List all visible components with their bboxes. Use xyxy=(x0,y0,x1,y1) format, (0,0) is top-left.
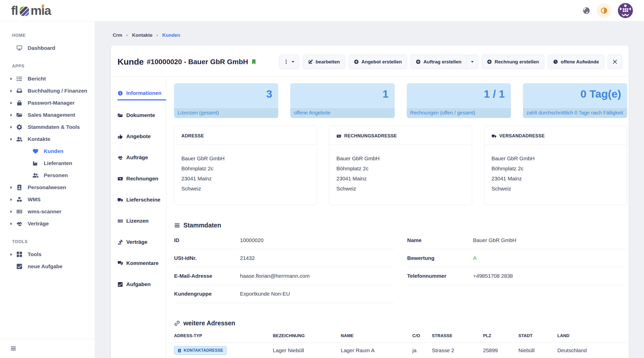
open-expenses-button[interactable]: offene Aufwände xyxy=(548,55,604,69)
sidebar-item-wms[interactable]: WMS xyxy=(0,193,95,206)
sidebar-item-stammdaten-tools[interactable]: Stammdaten & Tools xyxy=(0,121,95,133)
field-row-bewertung: Bewertung A xyxy=(407,249,627,267)
address-line: Bauer GbR GmbH xyxy=(336,153,465,164)
breadcrumb-kontakte[interactable]: Kontakte xyxy=(132,32,152,38)
tab-lieferscheine[interactable]: Lieferscheine xyxy=(117,193,166,206)
table-cell: Niebüll xyxy=(518,343,557,358)
table-cell: Deutschland xyxy=(557,343,627,358)
address-card-title: ADRESSE xyxy=(174,126,317,145)
address-line: Böhmplatz 2c xyxy=(492,164,620,174)
table-cell: ja xyxy=(412,343,432,358)
address-card-adresse: ADRESSE Bauer GbR GmbH Böhmplatz 2c 2304… xyxy=(174,126,317,205)
edit-button[interactable]: bearbeiten xyxy=(303,55,345,69)
table-row[interactable]: KONTAKTADRESSE Lager Niebüll Lager Raum … xyxy=(174,343,627,358)
sidebar: HOME Dashboard APPS Bericht Buchhaltung … xyxy=(0,21,95,358)
plus-circle-icon xyxy=(354,59,359,64)
stat-offene-angebote[interactable]: 1 offene Angebote xyxy=(290,83,394,118)
sidebar-item-personalwesen[interactable]: Personalwesen xyxy=(0,181,95,193)
create-invoice-button[interactable]: Rechnung erstellen xyxy=(482,55,544,69)
sidebar-item-sales-management[interactable]: Sales Management xyxy=(0,109,95,121)
sidebar-item-dashboard[interactable]: Dashboard xyxy=(0,42,95,54)
table-cell: Strasse 2 xyxy=(432,343,483,358)
chevron-right-icon xyxy=(126,34,129,37)
lock-icon xyxy=(16,100,23,106)
stat-lizenzen[interactable]: 3 Lizenzen (gesamt) xyxy=(174,83,278,118)
field-row-id: ID 10000020 xyxy=(174,231,394,249)
field-row-kundengruppe: Kundengruppe Exportkunde Non-EU xyxy=(174,285,394,303)
sidebar-item-lieferanten[interactable]: Lieferanten xyxy=(0,157,95,169)
caret-right-icon xyxy=(10,138,13,141)
stat-value: 0 Tag(e) xyxy=(523,83,627,108)
sidebar-item-wms-scanner[interactable]: wms-scanner xyxy=(0,206,95,218)
address-line: Bauer GbR GmbH xyxy=(181,153,310,164)
stat-label: zahlt durchschnittlich 0 Tage nach Fälli… xyxy=(523,108,627,118)
gear-icon xyxy=(16,124,23,130)
address-line: Böhmplatz 2c xyxy=(181,164,310,174)
user-avatar[interactable] xyxy=(618,3,633,18)
tab-kommentare[interactable]: Kommentare xyxy=(117,257,166,269)
address-line: Schweiz xyxy=(336,184,465,194)
sidebar-item-bericht[interactable]: Bericht xyxy=(0,73,95,85)
tab-lizenzen[interactable]: Lizenzen xyxy=(117,215,166,227)
stat-rechnungen[interactable]: 1 / 1 Rechnungen (offen / gesamt) xyxy=(407,83,511,118)
more-actions-dropdown-button[interactable] xyxy=(279,55,299,69)
info-circle-icon xyxy=(117,91,123,96)
link-icon xyxy=(174,321,180,326)
sidebar-section-tools: TOOLS Tools neue Aufgabe xyxy=(0,239,95,272)
sidebar-item-tools[interactable]: Tools xyxy=(0,248,95,260)
inbox-icon xyxy=(16,88,23,94)
customer-detail-card: Kunde #10000020 - Bauer GbR GmbH bearbei… xyxy=(111,46,629,358)
caret-right-icon xyxy=(10,210,13,213)
create-order-button[interactable]: Auftrag erstellen xyxy=(411,55,466,69)
more-addresses-heading: weitere Adressen xyxy=(174,320,627,327)
stammdaten-heading: Stammdaten xyxy=(174,222,627,229)
breadcrumb-kunden[interactable]: Kunden xyxy=(162,32,180,38)
handshake-icon xyxy=(117,155,123,160)
tab-vertraege[interactable]: Verträge xyxy=(117,236,166,248)
tab-auftraege[interactable]: Aufträge xyxy=(117,151,166,164)
brand-logo[interactable]: fl m ı a xyxy=(11,4,51,17)
sidebar-section-apps: APPS Bericht Buchhaltung / Finanzen Pass… xyxy=(0,64,95,230)
tab-angebote[interactable]: Angebote xyxy=(117,130,166,143)
create-order-dropdown-toggle[interactable] xyxy=(466,55,478,69)
entity-id-name: #10000020 - Bauer GbR GmbH xyxy=(147,58,248,66)
handshake-icon xyxy=(16,221,23,227)
address-cards: ADRESSE Bauer GbR GmbH Böhmplatz 2c 2304… xyxy=(174,126,627,205)
cubes-icon xyxy=(16,196,23,203)
table-cell: Lager Raum A xyxy=(341,343,413,358)
stat-tiles: 3 Lizenzen (gesamt) 1 offene Angebote 1 … xyxy=(174,83,627,118)
stat-zahlungsverhalten[interactable]: 0 Tag(e) zahlt durchschnittlich 0 Tage n… xyxy=(523,83,627,118)
sidebar-item-buchhaltung-finanzen[interactable]: Buchhaltung / Finanzen xyxy=(0,85,95,97)
brand-text-m: m xyxy=(31,4,41,17)
bookmark-icon[interactable] xyxy=(251,58,257,65)
section-label-apps: APPS xyxy=(0,64,95,73)
column-header: C/O xyxy=(412,329,432,343)
close-button[interactable] xyxy=(608,55,622,69)
address-card-versandadresse: VERSANDADRESSE Bauer GbR GmbH Böhmplatz … xyxy=(484,126,627,205)
chevron-right-icon xyxy=(156,34,159,37)
language-globe-icon[interactable] xyxy=(583,7,590,14)
sidebar-item-kunden[interactable]: Kunden xyxy=(0,145,95,157)
tab-aufgaben[interactable]: Aufgaben xyxy=(117,278,166,291)
breadcrumb: Crm Kontakte Kunden xyxy=(113,32,629,38)
sidebar-item-vertraege[interactable]: Verträge xyxy=(0,218,95,230)
tab-informationen[interactable]: Informationen xyxy=(117,87,166,100)
tab-rechnungen[interactable]: Rechnungen xyxy=(117,172,166,185)
sidebar-item-passwort-manager[interactable]: Passwort-Manager xyxy=(0,97,95,109)
stammdaten-left-column: ID 10000020 USt-IdNr. 21432 E-Mail-Adres… xyxy=(174,231,394,303)
theme-toggle-button[interactable] xyxy=(597,3,611,18)
collapse-sidebar-hamburger-icon[interactable] xyxy=(10,346,17,351)
create-offer-button[interactable]: Angebot erstellen xyxy=(349,55,407,69)
topbar: fl m ı a xyxy=(0,0,644,21)
sidebar-item-personen[interactable]: Personen xyxy=(0,169,95,181)
grid-icon xyxy=(16,251,23,257)
sidebar-item-kontakte[interactable]: Kontakte xyxy=(0,133,95,145)
tab-content: 3 Lizenzen (gesamt) 1 offene Angebote 1 … xyxy=(166,77,627,358)
stat-value: 1 / 1 xyxy=(407,83,511,108)
sidebar-item-neue-aufgabe[interactable]: neue Aufgabe xyxy=(0,260,95,272)
check-square-icon xyxy=(16,263,23,269)
breadcrumb-crm[interactable]: Crm xyxy=(113,32,122,38)
table-header-row: ADRESS-TYP BEZEICHNUNG NAME C/O STRASSE … xyxy=(174,329,627,343)
address-type-badge[interactable]: KONTAKTADRESSE xyxy=(174,346,227,355)
tab-dokumente[interactable]: Dokumente xyxy=(117,109,166,122)
